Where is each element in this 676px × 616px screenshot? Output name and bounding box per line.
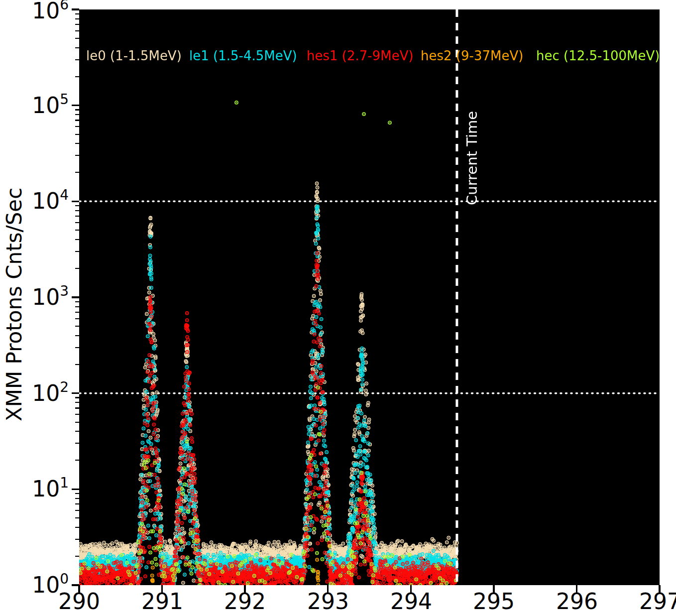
y-minor-tick <box>75 539 79 540</box>
y-tick-exp: 6 <box>60 0 69 13</box>
y-tick-base: 10 <box>32 188 60 214</box>
y-minor-tick <box>75 24 79 25</box>
y-tick-exp: 5 <box>60 91 69 108</box>
y-minor-tick <box>75 443 79 444</box>
x-major-tick <box>244 585 246 593</box>
y-minor-tick <box>75 517 79 518</box>
y-minor-tick <box>75 510 79 511</box>
y-minor-tick <box>75 134 79 135</box>
y-tick-base: 10 <box>32 284 60 310</box>
x-tick-label: 290 <box>49 590 109 614</box>
legend-item-le1: le1 (1.5-4.5MeV) <box>189 48 297 63</box>
y-minor-tick <box>75 268 79 269</box>
y-minor-tick <box>75 364 79 365</box>
y-major-tick <box>72 489 79 491</box>
y-minor-tick <box>75 431 79 432</box>
y-minor-tick <box>75 498 79 499</box>
y-tick-label: 103 <box>10 284 69 310</box>
y-minor-tick <box>75 326 79 327</box>
y-major-tick <box>72 392 79 394</box>
x-major-tick <box>327 585 329 593</box>
y-minor-tick <box>75 407 79 408</box>
x-tick-label: 297 <box>630 590 676 614</box>
y-minor-tick <box>75 126 79 127</box>
legend-item-hes1: hes1 (2.7-9MeV) <box>307 48 414 63</box>
y-tick-label: 105 <box>10 93 69 119</box>
x-major-tick <box>576 585 578 593</box>
y-minor-tick <box>75 205 79 206</box>
y-tick-exp: 1 <box>60 475 69 491</box>
y-tick-label: 106 <box>10 0 69 24</box>
y-minor-tick <box>75 59 79 60</box>
x-major-tick <box>161 585 163 593</box>
y-tick-label: 104 <box>10 188 69 214</box>
y-tick-label: 101 <box>10 476 69 502</box>
y-minor-tick <box>75 109 79 110</box>
y-minor-tick <box>75 120 79 121</box>
y-minor-tick <box>75 503 79 504</box>
y-minor-tick <box>75 230 79 231</box>
legend-item-hes2: hes2 (9-37MeV) <box>421 48 523 63</box>
y-minor-tick <box>75 155 79 156</box>
y-major-tick <box>72 584 79 586</box>
figure: le0 (1-1.5MeV) le1 (1.5-4.5MeV) hes1 (2.… <box>0 0 676 616</box>
plot-area <box>79 9 660 585</box>
y-minor-tick <box>75 216 79 217</box>
y-tick-base: 10 <box>32 93 60 118</box>
x-major-tick <box>410 585 412 593</box>
legend-item-hec: hec (12.5-100MeV) <box>536 48 660 63</box>
y-minor-tick <box>75 47 79 48</box>
legend-item-le0: le0 (1-1.5MeV) <box>86 48 182 63</box>
y-tick-base: 10 <box>32 380 60 406</box>
y-major-tick <box>72 8 79 10</box>
y-major-tick <box>72 105 79 107</box>
y-minor-tick <box>75 143 79 144</box>
y-major-tick <box>72 296 79 298</box>
x-major-tick <box>78 585 80 593</box>
x-tick-label: 293 <box>298 590 358 614</box>
x-tick-label: 291 <box>132 590 192 614</box>
y-minor-tick <box>75 301 79 302</box>
x-tick-label: 295 <box>464 590 524 614</box>
y-minor-tick <box>75 422 79 423</box>
y-minor-tick <box>75 527 79 528</box>
y-minor-tick <box>75 312 79 313</box>
current-time-label: Current Time <box>463 106 478 205</box>
y-minor-tick <box>75 347 79 348</box>
y-minor-tick <box>75 251 79 252</box>
x-major-tick <box>659 585 661 593</box>
y-tick-base: 10 <box>32 476 60 501</box>
y-minor-tick <box>75 402 79 403</box>
y-minor-tick <box>75 493 79 494</box>
x-tick-label: 294 <box>381 590 441 614</box>
y-major-tick <box>72 201 79 203</box>
y-tick-exp: 3 <box>60 283 69 299</box>
y-tick-base: 10 <box>32 0 60 23</box>
y-minor-tick <box>75 76 79 77</box>
y-minor-tick <box>75 306 79 307</box>
y-minor-tick <box>75 318 79 319</box>
y-minor-tick <box>75 556 79 557</box>
y-tick-label: 102 <box>10 380 69 406</box>
y-minor-tick <box>75 30 79 31</box>
y-minor-tick <box>75 172 79 173</box>
scatter-canvas <box>79 9 660 585</box>
x-tick-label: 296 <box>547 590 607 614</box>
y-minor-tick <box>75 38 79 39</box>
y-minor-tick <box>75 210 79 211</box>
y-minor-tick <box>75 460 79 461</box>
y-minor-tick <box>75 397 79 398</box>
y-minor-tick <box>75 222 79 223</box>
y-minor-tick <box>75 18 79 19</box>
y-minor-tick <box>75 414 79 415</box>
y-tick-exp: 0 <box>60 571 69 587</box>
y-minor-tick <box>75 335 79 336</box>
y-minor-tick <box>75 114 79 115</box>
y-minor-tick <box>75 239 79 240</box>
y-minor-tick <box>75 13 79 14</box>
y-tick-exp: 4 <box>60 187 69 203</box>
x-tick-label: 292 <box>215 590 275 614</box>
x-major-tick <box>493 585 495 593</box>
y-tick-exp: 2 <box>60 379 69 395</box>
